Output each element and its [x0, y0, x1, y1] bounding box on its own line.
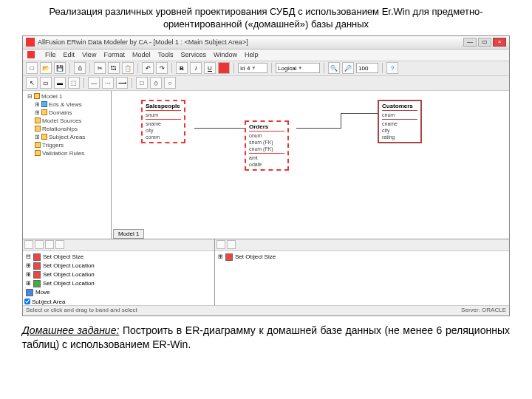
- tree-item[interactable]: ⊞Subject Areas: [24, 133, 109, 141]
- relationship-line: [194, 128, 245, 129]
- help-button[interactable]: ?: [386, 62, 398, 74]
- relationship-line: [296, 128, 341, 129]
- tree-item[interactable]: ⊞Eds & Views: [24, 100, 109, 109]
- homework-text: Домашнее задание: Построить в ER-диаграм…: [22, 324, 510, 352]
- menu-window[interactable]: Window: [214, 51, 237, 58]
- action-item[interactable]: ⊞Set Object Location: [24, 262, 213, 270]
- action-tool[interactable]: [55, 240, 64, 249]
- entity-attr: city: [146, 127, 181, 134]
- tree-item[interactable]: Triggers: [24, 141, 109, 149]
- italic-button[interactable]: I: [190, 62, 202, 74]
- bold-button[interactable]: B: [176, 62, 188, 74]
- zoom-in-button[interactable]: 🔍: [328, 62, 340, 74]
- close-button[interactable]: ×: [493, 38, 506, 47]
- toolbar-main: □ 📂 💾 ⎙ ✂ ⿻ 📋 ↶ ↷ B I U Id 4▼ Logical▼ 🔍…: [23, 61, 509, 76]
- entity-attr: snum: [146, 112, 181, 118]
- menu-file[interactable]: File: [45, 51, 56, 58]
- action-toolbar: [23, 239, 214, 251]
- action-item[interactable]: Move: [24, 288, 213, 297]
- action-tool[interactable]: [45, 240, 54, 249]
- pointer-tool[interactable]: ↖: [26, 77, 38, 89]
- zoom-out-button[interactable]: 🔎: [342, 62, 354, 74]
- diagram-tab[interactable]: Model 1: [113, 229, 144, 239]
- save-button[interactable]: 💾: [54, 62, 66, 74]
- new-button[interactable]: □: [26, 62, 38, 74]
- advisor-tool[interactable]: [227, 240, 236, 249]
- minimize-button[interactable]: —: [463, 38, 477, 47]
- diagram-canvas[interactable]: Salespeople snum sname city comm Orders …: [112, 91, 509, 239]
- paste-button[interactable]: 📋: [122, 62, 134, 74]
- entity-attr: rating: [382, 134, 417, 140]
- rel-id-tool[interactable]: —: [88, 77, 100, 89]
- entity-attr: cnum: [382, 112, 417, 118]
- status-server: Server: ORACLE: [461, 307, 506, 315]
- entity-attr: cname: [382, 120, 417, 127]
- action-tool[interactable]: [24, 240, 33, 249]
- entity-title: Customers: [382, 103, 417, 111]
- rel-many-tool[interactable]: ⟶: [116, 77, 128, 89]
- relationship-line: [341, 113, 341, 129]
- action-item[interactable]: ⊟Set Object Size: [24, 253, 213, 262]
- entity-attr: amt: [249, 154, 284, 161]
- entity-orders[interactable]: Orders onum snum (FK) cnum (FK) amt odat…: [245, 120, 289, 171]
- action-log-panel: ⊟Set Object Size ⊞Set Object Location ⊞S…: [23, 239, 215, 305]
- tree-item[interactable]: Relationships: [24, 125, 109, 133]
- entity-customers[interactable]: Customers cnum cname city rating: [378, 100, 422, 143]
- id-combo[interactable]: Id 4▼: [238, 63, 267, 73]
- color-button[interactable]: [218, 62, 230, 74]
- tool-b[interactable]: ◇: [150, 77, 162, 89]
- entity-title: Salespeople: [146, 103, 181, 111]
- action-item[interactable]: ⊞Set Object Location: [24, 279, 213, 288]
- main-area: ⊟Model 1 ⊞Eds & Views ⊞Domains Model Sou…: [23, 91, 509, 239]
- entity-attr: sname: [146, 120, 181, 127]
- undo-button[interactable]: ↶: [142, 62, 154, 74]
- tree-item[interactable]: ⊞Domains: [24, 109, 109, 117]
- action-item[interactable]: ⊞Set Object Location: [24, 270, 213, 279]
- menu-tools[interactable]: Tools: [157, 51, 173, 58]
- tool-c[interactable]: ○: [164, 77, 176, 89]
- entity-tool2[interactable]: ▬: [54, 77, 66, 89]
- menu-services[interactable]: Services: [180, 51, 206, 58]
- entity-attr: comm: [146, 134, 181, 140]
- entity-attr: city: [382, 127, 417, 134]
- relationship-line: [341, 113, 378, 114]
- menu-help[interactable]: Help: [245, 51, 259, 58]
- level-combo[interactable]: Logical▼: [276, 63, 320, 73]
- open-button[interactable]: 📂: [40, 62, 52, 74]
- advisor-tool[interactable]: [216, 240, 225, 249]
- window-title: AllFusion ERwin Data Modeler by CA - [Mo…: [38, 38, 463, 46]
- redo-button[interactable]: ↷: [156, 62, 168, 74]
- action-tool[interactable]: [35, 240, 44, 249]
- app-icon: [26, 38, 35, 47]
- toolbar-entity: ↖ ▭ ▬ ⬚ — ⋯ ⟶ □ ◇ ○: [23, 76, 509, 91]
- tree-item[interactable]: Model Sources: [24, 117, 109, 125]
- entity-title: Orders: [249, 123, 284, 132]
- view-tool[interactable]: ⬚: [68, 77, 80, 89]
- tool-a[interactable]: □: [136, 77, 148, 89]
- entity-attr: snum (FK): [249, 139, 284, 146]
- print-button[interactable]: ⎙: [74, 62, 86, 74]
- rel-nonid-tool[interactable]: ⋯: [102, 77, 114, 89]
- tree-root[interactable]: ⊟Model 1: [24, 92, 109, 100]
- app-window: AllFusion ERwin Data Modeler by CA - [Mo…: [22, 35, 510, 316]
- menu-format[interactable]: Format: [103, 51, 125, 58]
- status-text: Select or click and drag to band and sel…: [26, 307, 137, 315]
- menu-view[interactable]: View: [82, 51, 96, 58]
- menu-model[interactable]: Model: [132, 51, 151, 58]
- tree-item[interactable]: Validation Rules: [24, 149, 109, 157]
- advisor-toolbar: [215, 239, 509, 251]
- menubar: File Edit View Format Model Tools Servic…: [23, 50, 509, 61]
- entity-attr: cnum (FK): [249, 146, 284, 152]
- advisor-panel: ⊞Set Object Size: [215, 239, 509, 305]
- menu-edit[interactable]: Edit: [64, 51, 75, 58]
- underline-button[interactable]: U: [204, 62, 216, 74]
- copy-button[interactable]: ⿻: [108, 62, 120, 74]
- doc-icon: [27, 51, 35, 58]
- entity-tool[interactable]: ▭: [40, 77, 52, 89]
- entity-salespeople[interactable]: Salespeople snum sname city comm: [141, 100, 185, 143]
- maximize-button[interactable]: ▭: [478, 38, 491, 47]
- action-item[interactable]: ⊞Set Object Size: [216, 253, 508, 262]
- model-tree[interactable]: ⊟Model 1 ⊞Eds & Views ⊞Domains Model Sou…: [23, 91, 112, 239]
- zoom-combo[interactable]: 100: [356, 63, 378, 73]
- cut-button[interactable]: ✂: [94, 62, 106, 74]
